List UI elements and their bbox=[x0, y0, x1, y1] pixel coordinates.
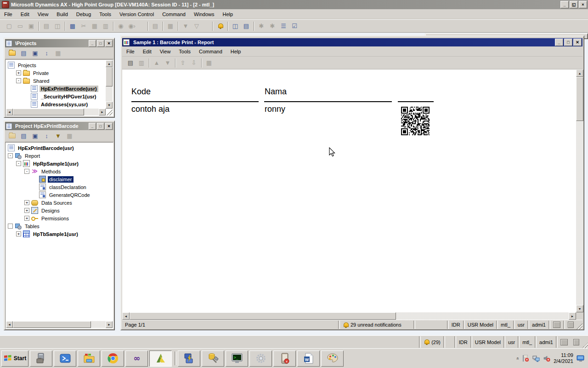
tree-item-label[interactable]: HpExPrintBarcode(usr) bbox=[40, 86, 98, 92]
menu-version-control[interactable]: Version Control bbox=[115, 10, 158, 18]
close-button[interactable]: ✕ bbox=[105, 40, 113, 47]
properties-icon[interactable]: ▤ bbox=[150, 21, 161, 32]
status-user[interactable]: usr bbox=[515, 320, 527, 329]
tasks-icon[interactable]: ☑ bbox=[289, 21, 300, 32]
next-page-icon[interactable]: ▼ bbox=[162, 58, 173, 69]
scrollbar-thumb[interactable] bbox=[13, 321, 91, 328]
title-bar[interactable]: Microsoft Dynamics AX - High Point Group… bbox=[0, 0, 588, 9]
menu-view[interactable]: View bbox=[156, 47, 175, 56]
status-currency[interactable]: IDR bbox=[456, 336, 470, 348]
tree-item-generateqrcode[interactable]: GenerateQRCode bbox=[6, 191, 112, 199]
tree-item-hpexprintbarcode-usr[interactable]: HpExPrintBarcode(usr) bbox=[6, 144, 112, 152]
tree-item-report[interactable]: -Report bbox=[6, 152, 112, 160]
taskbar-app-word[interactable]: W bbox=[297, 351, 320, 367]
status-company[interactable]: admi1 bbox=[537, 336, 556, 348]
menu-windows[interactable]: Windows bbox=[190, 10, 219, 18]
save-icon[interactable]: ▣ bbox=[30, 131, 40, 141]
notifications-cell[interactable]: 29 unread notifications bbox=[340, 320, 413, 329]
menu-help[interactable]: Help bbox=[219, 10, 237, 18]
status-model[interactable]: USR Model bbox=[465, 320, 496, 329]
scrollbar-thumb[interactable] bbox=[130, 312, 396, 320]
restore-button[interactable]: ◱ bbox=[570, 1, 578, 8]
menu-tools[interactable]: Tools bbox=[175, 47, 195, 56]
tree-item-label[interactable]: HpRpSample1(usr) bbox=[32, 161, 80, 167]
tree-item-hptbsample1-usr[interactable]: +HpTbSample1(usr) bbox=[6, 230, 112, 238]
tree-item-label[interactable]: GenerateQRCode bbox=[48, 192, 91, 198]
scroll-left-arrow[interactable]: ◄ bbox=[6, 321, 13, 328]
find-next-icon[interactable]: ◉› bbox=[126, 21, 137, 32]
minimize-button[interactable]: _ bbox=[560, 1, 569, 8]
collapse-icon[interactable] bbox=[8, 224, 13, 229]
paste-icon[interactable]: ▥ bbox=[100, 21, 111, 32]
tree-item-hprpsample1-usr[interactable]: -HpRpSample1(usr) bbox=[6, 160, 112, 167]
status-model[interactable]: USR Model bbox=[472, 336, 503, 348]
tree-item-label[interactable]: disclaimer bbox=[48, 176, 74, 183]
taskbar-app-client-config[interactable] bbox=[178, 351, 200, 367]
resize-grip[interactable] bbox=[107, 109, 113, 115]
tree-item-shared[interactable]: -Shared bbox=[6, 77, 106, 85]
save-icon[interactable]: ▣ bbox=[30, 48, 40, 58]
notifications-cell[interactable]: (29) bbox=[421, 336, 443, 348]
scroll-left-arrow[interactable]: ◄ bbox=[122, 312, 130, 320]
start-button[interactable]: Start bbox=[1, 351, 28, 367]
taskbar-app-build-tools[interactable] bbox=[202, 351, 224, 367]
scroll-right-arrow[interactable]: ► bbox=[106, 321, 113, 328]
save-icon[interactable]: ▣ bbox=[26, 21, 37, 32]
tree-item-label[interactable]: Permissions bbox=[40, 215, 70, 222]
menu-view[interactable]: View bbox=[34, 10, 53, 18]
chevron-up-icon[interactable]: » bbox=[515, 357, 520, 360]
export-icon[interactable]: ▥ bbox=[136, 58, 147, 69]
status-layer[interactable]: mtl_ bbox=[498, 320, 513, 329]
scrollbar-thumb[interactable] bbox=[576, 77, 583, 121]
properties-icon[interactable]: ▤ bbox=[18, 48, 29, 58]
tree-item-hpexprintbarcode-usr[interactable]: HpExPrintBarcode(usr) bbox=[6, 85, 106, 92]
scroll-down-arrow[interactable]: ▼ bbox=[576, 305, 583, 312]
taskbar-app-server-manager[interactable] bbox=[30, 351, 52, 367]
status-layer[interactable]: mtl_ bbox=[520, 336, 535, 348]
properties-icon[interactable]: ▤ bbox=[18, 131, 29, 141]
tree-item-data-sources[interactable]: +Data Sources bbox=[6, 199, 112, 207]
open-project-icon[interactable] bbox=[7, 131, 17, 141]
menu-edit[interactable]: Edit bbox=[17, 10, 34, 18]
show-desktop-icon[interactable] bbox=[577, 355, 585, 362]
vertical-scrollbar[interactable]: ▲ ▼ bbox=[576, 69, 583, 312]
taskbar-app-event-viewer[interactable]: x bbox=[273, 351, 296, 367]
collapse-icon[interactable]: - bbox=[16, 161, 21, 166]
copy-icon[interactable]: ▦ bbox=[89, 21, 100, 32]
filter-icon[interactable]: ▼ bbox=[53, 131, 63, 141]
tree-item-label[interactable]: _SecurityHPGver1(usr) bbox=[40, 93, 97, 100]
close-button[interactable]: × bbox=[579, 1, 587, 8]
tree-item-label[interactable]: HpExPrintBarcode(usr) bbox=[17, 145, 75, 151]
taskbar-app-dynamics-ax[interactable] bbox=[149, 351, 172, 367]
scroll-right-arrow[interactable]: ► bbox=[569, 312, 576, 320]
tree-item-addresses-sys-usr[interactable]: Addresses(sys,usr) bbox=[6, 100, 106, 108]
print-icon[interactable]: ▤ bbox=[41, 21, 52, 32]
tree-item-label[interactable]: Projects bbox=[17, 62, 38, 69]
menu-file[interactable]: File bbox=[0, 10, 17, 18]
horizontal-scrollbar[interactable]: ◄ ► bbox=[6, 321, 113, 328]
print-status-icon[interactable] bbox=[558, 336, 571, 348]
alert-bell-icon[interactable] bbox=[215, 21, 226, 32]
status-company[interactable]: admi1 bbox=[529, 320, 548, 329]
maximize-button[interactable]: □ bbox=[97, 40, 104, 47]
menu-debug[interactable]: Debug bbox=[72, 10, 95, 18]
open-icon[interactable]: ▭ bbox=[15, 21, 26, 32]
new-icon[interactable]: ▢ bbox=[4, 21, 15, 32]
tree-item-label[interactable]: Designs bbox=[40, 207, 61, 214]
last-page-icon[interactable]: ⇩ bbox=[188, 58, 199, 69]
volume-muted-icon[interactable] bbox=[543, 355, 550, 362]
sort-icon[interactable]: ↕ bbox=[41, 131, 52, 141]
first-page-icon[interactable]: ⇧ bbox=[177, 58, 188, 69]
tree-item-classdeclaration[interactable]: classDeclaration bbox=[6, 183, 112, 191]
expand-icon[interactable]: + bbox=[16, 70, 21, 75]
menu-command[interactable]: Command bbox=[158, 10, 190, 18]
compile-icon[interactable]: ✱ bbox=[256, 21, 267, 32]
taskbar-app-file-explorer[interactable] bbox=[78, 351, 100, 367]
close-button[interactable]: ✕ bbox=[105, 123, 113, 130]
tree-item-label[interactable]: Tables bbox=[23, 223, 41, 230]
import-icon[interactable]: ▦ bbox=[64, 131, 75, 141]
horizontal-scrollbar[interactable]: ◄ ► bbox=[6, 109, 106, 115]
tree-item-label[interactable]: Private bbox=[32, 70, 50, 76]
collapse-icon[interactable]: - bbox=[24, 169, 29, 174]
taskbar-app-visual-studio[interactable]: ∞ bbox=[125, 351, 148, 367]
